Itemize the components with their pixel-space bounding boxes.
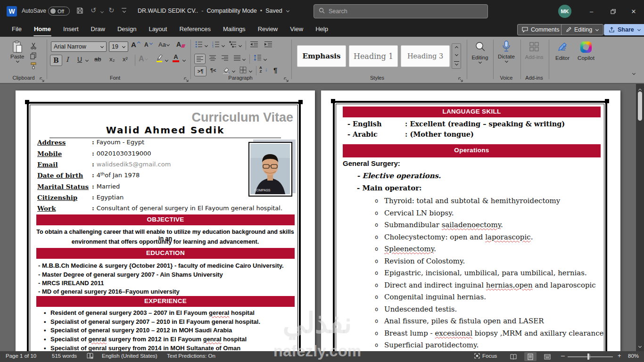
bold-button[interactable]: B [50,55,62,66]
zoom-slider-thumb[interactable] [587,354,589,360]
editor-button[interactable]: Editor [552,41,573,61]
close-button[interactable]: ✕ [623,0,644,23]
cut-icon[interactable] [30,42,37,49]
borders-dropdown-icon[interactable] [248,69,252,73]
highlight-button[interactable] [156,54,163,62]
read-mode-button[interactable] [507,352,520,361]
tab-insert[interactable]: Insert [57,23,85,37]
show-hide-pilcrow-button[interactable]: ¶ [273,66,277,74]
styles-scroll-down-icon[interactable] [454,53,458,57]
tab-references[interactable]: References [173,23,216,37]
collapse-ribbon-icon[interactable] [632,72,636,75]
scroll-down-icon[interactable] [638,342,642,350]
styles-scroll-up-icon[interactable] [454,45,458,49]
text-effects-button[interactable]: A [139,55,148,63]
tab-help[interactable]: Help [309,23,334,37]
decrease-indent-button[interactable] [250,41,258,48]
dictate-button[interactable]: Dictate [495,41,518,63]
redo-icon[interactable]: ↻ [108,7,115,14]
document-title[interactable]: DR.WALID SEDIK CV.. - Compatibility Mode… [138,8,289,14]
grow-font-button[interactable]: A [131,41,140,49]
superscript-button[interactable]: x² [123,56,128,63]
justify-button[interactable] [234,55,240,61]
underline-button[interactable]: U [77,56,82,63]
italic-button[interactable]: I [66,56,69,63]
font-size-combo[interactable]: 19 [109,41,128,52]
font-color-button[interactable]: A [173,54,179,62]
restore-button[interactable] [603,0,624,23]
print-layout-button[interactable] [524,352,537,361]
document-page-2[interactable]: LANGUAGE SKILL - English: Excellent (rea… [321,90,620,351]
rtl-paragraph-button[interactable]: ¶< [210,67,216,73]
shading-dropdown-icon[interactable] [231,69,235,73]
style-heading1[interactable]: Heading 1 [349,45,398,67]
scrollbar-thumb[interactable] [638,91,642,121]
underline-dropdown-icon[interactable] [85,58,89,62]
tab-mailings[interactable]: Mailings [217,23,252,37]
subscript-button[interactable]: x₂ [109,56,115,63]
change-case-button[interactable]: Aa [158,41,170,48]
styles-gallery-more-icon[interactable] [454,61,459,62]
tab-draw[interactable]: Draw [85,23,111,37]
focus-mode-button[interactable]: Focus [474,353,497,359]
align-right-button[interactable] [222,55,228,61]
language-indicator[interactable]: English (United States) [102,353,157,359]
style-heading3[interactable]: Heading 3 [401,45,450,67]
account-avatar[interactable]: MK [558,5,571,18]
highlight-dropdown-icon[interactable] [165,58,168,62]
word-logo-icon[interactable]: W [7,6,17,16]
word-count[interactable]: 515 words [52,353,77,359]
cv-photo[interactable]: COMPASS [248,140,296,197]
strikethrough-button[interactable]: ab [94,56,101,63]
undo-icon[interactable]: ↺ [91,7,97,14]
numbering-dropdown-icon[interactable] [221,44,225,48]
font-dialog-launcher[interactable] [184,75,189,81]
ltr-paragraph-button[interactable]: >¶ [194,66,206,76]
line-spacing-dropdown-icon[interactable] [263,58,267,61]
comments-button[interactable]: Comments [517,24,564,35]
proofing-status-icon[interactable] [87,353,94,361]
format-painter-icon[interactable] [30,62,37,69]
multilevel-dropdown-icon[interactable] [238,44,242,48]
copilot-button[interactable]: Copilot [574,41,598,61]
sort-button[interactable]: A Z [259,66,262,74]
tab-file[interactable]: File [6,23,28,37]
multilevel-list-button[interactable] [229,41,237,48]
paragraph-dialog-launcher[interactable] [284,75,289,81]
align-center-button[interactable] [209,55,216,61]
zoom-level[interactable]: 80% [628,353,639,359]
shading-button[interactable] [223,66,230,74]
undo-dropdown-icon[interactable] [100,10,104,14]
zoom-out-button[interactable]: – [561,352,565,359]
align-left-button[interactable] [194,54,206,64]
style-emphasis[interactable]: Emphasis [297,45,346,67]
text-predictions-indicator[interactable]: Text Predictions: On [167,353,215,359]
autosave-toggle[interactable]: Off [48,7,70,16]
web-layout-button[interactable] [541,352,553,361]
numbering-button[interactable]: 123 [212,41,220,48]
borders-button[interactable] [239,66,247,74]
paste-button[interactable]: Paste [10,41,24,63]
tab-layout[interactable]: Layout [142,23,173,37]
tab-home[interactable]: Home [28,23,57,37]
bullets-button[interactable] [195,41,203,48]
font-name-combo[interactable]: Arial Narrow [51,41,107,52]
tab-view[interactable]: View [284,23,309,37]
copy-icon[interactable] [30,52,37,59]
line-spacing-button[interactable] [254,55,261,61]
zoom-slider-track[interactable] [568,356,613,357]
increase-indent-button[interactable] [264,41,272,48]
tab-design[interactable]: Design [111,23,142,37]
shrink-font-button[interactable]: A [144,41,152,48]
bullets-dropdown-icon[interactable] [204,44,208,48]
tab-review[interactable]: Review [252,23,284,37]
clipboard-dialog-launcher[interactable] [40,75,45,81]
zoom-in-button[interactable]: + [618,352,621,359]
page-indicator[interactable]: Page 1 of 10 [6,353,36,359]
share-button[interactable]: Share [604,24,644,35]
save-icon[interactable] [76,7,83,15]
minimize-button[interactable]: – [581,0,602,23]
styles-dialog-launcher[interactable] [458,75,463,81]
document-page-1[interactable]: Curriculum Vitae Walid Ahmed Sedik Addre… [16,90,315,351]
vertical-scrollbar[interactable] [636,84,644,351]
